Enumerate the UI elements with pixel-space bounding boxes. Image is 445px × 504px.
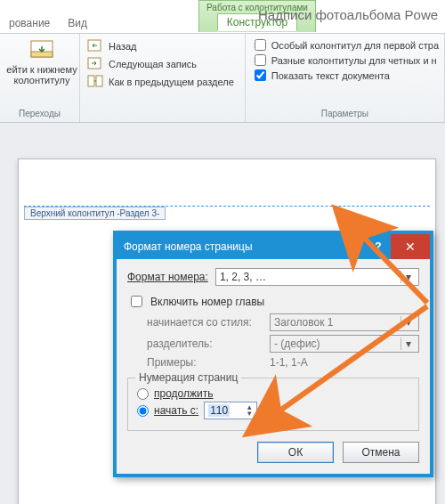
- include-chapter-label: Включить номер главы: [150, 296, 264, 308]
- nav-back-button[interactable]: Назад: [84, 38, 241, 54]
- opt-show-doc-label: Показать текст документа: [271, 70, 390, 81]
- separator-label: разделитель:: [147, 337, 263, 350]
- cancel-button[interactable]: Отмена: [343, 442, 419, 463]
- spinner-arrows-icon[interactable]: ▲▼: [246, 404, 253, 417]
- examples-value: 1-1, 1-A: [270, 356, 308, 369]
- format-label: Формат номера:: [127, 271, 208, 283]
- page-number-format-dialog: Формат номера страницы ? ✕ Формат номера…: [113, 231, 433, 477]
- group-transitions-big: ейти к нижнему колонтитулу Переходы: [0, 34, 80, 122]
- group-options: Особый колонтитул для первой стра Разные…: [246, 34, 445, 122]
- close-icon: ✕: [405, 240, 416, 254]
- group-transitions-list: Назад Следующая запись Как в предыдущем …: [80, 34, 246, 122]
- separator-value: - (дефис): [274, 337, 320, 350]
- opt-odd-even-label: Разные колонтитулы для четных и н: [271, 55, 437, 66]
- opt-odd-even[interactable]: Разные колонтитулы для четных и н: [253, 53, 441, 67]
- opt-odd-even-checkbox[interactable]: [255, 54, 266, 66]
- document-title: Надписи фотоальбома Powe: [258, 7, 438, 26]
- include-chapter-checkbox[interactable]: [131, 296, 142, 307]
- tab-view[interactable]: Вид: [59, 17, 96, 33]
- nav-next-button[interactable]: Следующая запись: [84, 56, 241, 72]
- ribbon-body: ейти к нижнему колонтитулу Переходы Наза…: [0, 34, 445, 123]
- link-prev-label: Как в предыдущем разделе: [109, 77, 234, 87]
- opt-show-doc-checkbox[interactable]: [255, 69, 266, 81]
- document-area: Верхний колонтитул -Раздел 3- Формат ном…: [0, 123, 445, 504]
- dialog-titlebar[interactable]: Формат номера страницы ? ✕: [117, 234, 430, 259]
- opt-first-page[interactable]: Особый колонтитул для первой стра: [253, 38, 441, 52]
- numbering-fieldset: Нумерация страниц продолжить начать с: 1…: [127, 378, 419, 431]
- goto-lower-icon: [28, 39, 55, 62]
- goto-lower-label: ейти к нижнему колонтитулу: [6, 64, 77, 85]
- examples-label: Примеры:: [147, 356, 263, 369]
- dialog-title: Формат номера страницы: [124, 240, 253, 253]
- number-format-value: 1, 2, 3, …: [220, 271, 266, 283]
- chevron-down-icon: ▾: [400, 337, 415, 350]
- link-prev-icon: [87, 75, 103, 89]
- goto-lower-header-button[interactable]: ейти к нижнему колонтитулу: [4, 36, 80, 85]
- dialog-close-button[interactable]: ✕: [391, 234, 430, 259]
- next-icon: [87, 57, 103, 71]
- dialog-body: Формат номера: 1, 2, 3, … ▾ Включить ном…: [117, 259, 430, 474]
- opt-show-doc[interactable]: Показать текст документа: [253, 69, 441, 82]
- chapter-subsection: начинается со стиля: Заголовок 1 ▾ разде…: [147, 313, 419, 369]
- dialog-help-button[interactable]: ?: [366, 234, 391, 259]
- radio-continue-label: продолжить: [154, 387, 213, 400]
- starts-style-value: Заголовок 1: [274, 316, 333, 329]
- ribbon-tabs: рование Вид Работа с колонтитулами Конст…: [0, 0, 445, 34]
- numbering-legend: Нумерация страниц: [135, 371, 241, 384]
- group-label-options: Параметры: [249, 107, 441, 120]
- ok-button[interactable]: ОК: [257, 442, 334, 463]
- number-format-combo[interactable]: 1, 2, 3, … ▾: [215, 268, 419, 286]
- separator-combo: - (дефис) ▾: [270, 335, 419, 353]
- start-at-spinner[interactable]: 110 ▲▼: [204, 402, 257, 419]
- header-section-tag: Верхний колонтитул -Раздел 3-: [24, 207, 166, 220]
- opt-first-page-checkbox[interactable]: [255, 39, 266, 51]
- svg-rect-5: [96, 76, 102, 86]
- nav-next-label: Следующая запись: [109, 59, 197, 69]
- starts-style-combo: Заголовок 1 ▾: [270, 313, 419, 331]
- tab-format[interactable]: рование: [0, 17, 59, 33]
- back-icon: [87, 39, 103, 53]
- chevron-down-icon: ▾: [400, 271, 415, 283]
- nav-back-label: Назад: [109, 41, 137, 52]
- radio-start-label: начать с:: [154, 404, 198, 417]
- link-previous-button[interactable]: Как в предыдущем разделе: [84, 74, 241, 90]
- radio-start-at[interactable]: [137, 405, 149, 417]
- page: Верхний колонтитул -Раздел 3- Формат ном…: [18, 159, 436, 504]
- svg-rect-4: [88, 76, 94, 86]
- start-at-value: 110: [208, 404, 230, 417]
- opt-first-page-label: Особый колонтитул для первой стра: [271, 40, 439, 51]
- group-label-transitions: Переходы: [4, 107, 76, 120]
- starts-style-label: начинается со стиля:: [147, 316, 263, 329]
- chevron-down-icon: ▾: [400, 316, 415, 329]
- radio-continue[interactable]: [137, 388, 149, 400]
